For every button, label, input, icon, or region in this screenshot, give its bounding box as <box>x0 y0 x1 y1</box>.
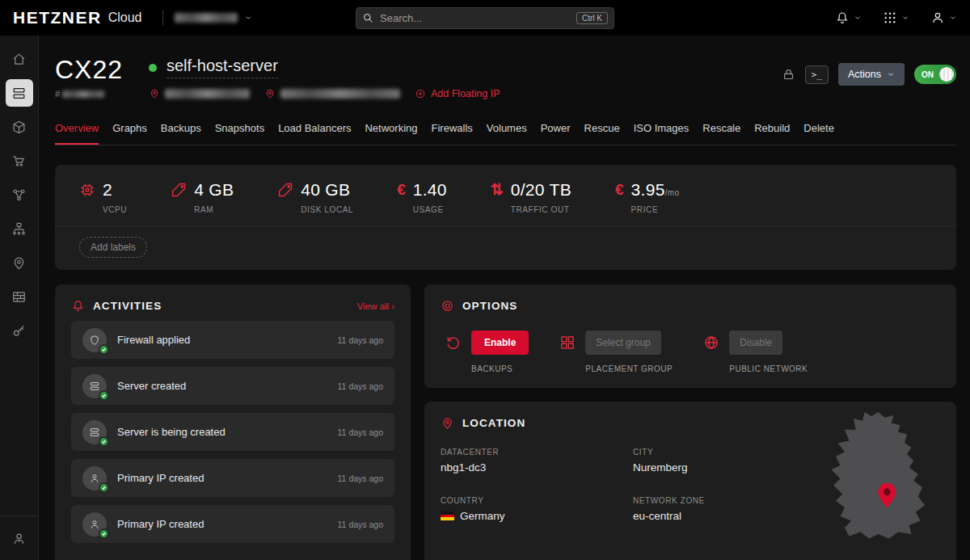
country-name: Germany <box>460 510 505 522</box>
main-content: CX22 # self-host-server <box>39 36 970 560</box>
actions-button[interactable]: Actions <box>838 63 905 86</box>
view-all-label: View all <box>357 301 389 311</box>
notifications-menu[interactable] <box>835 11 862 25</box>
location-field-datacenter: DATACENTER nbg1-dc3 <box>441 448 633 474</box>
tab-rebuild[interactable]: Rebuild <box>754 117 790 145</box>
power-toggle[interactable]: ON <box>914 65 956 84</box>
sidebar-item-load-balancers[interactable] <box>6 215 33 242</box>
placement-group-icon <box>559 335 576 351</box>
sidebar-item-floating-ips[interactable] <box>6 249 33 276</box>
chevron-down-icon <box>949 14 957 22</box>
apps-menu[interactable] <box>883 11 909 25</box>
activity-row[interactable]: Server created 11 days ago <box>71 367 394 405</box>
activity-label: Server is being created <box>117 426 327 438</box>
select-group-button[interactable]: Select group <box>585 331 660 355</box>
load-balancers-icon <box>11 221 27 237</box>
option-label: BACKUPS <box>471 364 529 373</box>
stats-row: 2 VCPU 4 GB RAM <box>55 165 956 225</box>
activity-avatar <box>82 512 107 537</box>
activity-time: 11 days ago <box>338 335 383 345</box>
tab-rescue[interactable]: Rescue <box>584 117 620 145</box>
tab-iso-images[interactable]: ISO Images <box>634 117 690 145</box>
status-dot <box>149 64 157 72</box>
euro-icon: € <box>397 181 406 214</box>
activities-card: ACTIVITIES View all › <box>55 284 411 560</box>
field-value: eu-central <box>633 510 811 522</box>
add-floating-ip-label: Add Floating IP <box>431 88 500 99</box>
activity-row[interactable]: Firewall applied 11 days ago <box>71 321 394 359</box>
activity-row[interactable]: Primary IP created 11 days ago <box>71 505 394 543</box>
redacted-ipv6 <box>280 89 400 99</box>
sidebar-item-security[interactable] <box>6 317 33 344</box>
sidebar-item-support[interactable] <box>6 524 33 552</box>
stat-ram: 4 GB RAM <box>171 179 234 214</box>
public-ipv4[interactable] <box>149 88 250 99</box>
add-floating-ip[interactable]: Add Floating IP <box>415 88 500 99</box>
ram-icon <box>171 182 187 198</box>
bell-icon <box>835 11 850 25</box>
tab-power[interactable]: Power <box>541 117 571 145</box>
search-bar[interactable]: Ctrl K <box>356 7 614 29</box>
enable-backups-button[interactable]: Enable <box>471 331 529 355</box>
stat-value: 0/20 TB <box>511 179 571 200</box>
location-title: LOCATION <box>462 417 525 429</box>
firewalls-icon <box>11 289 27 305</box>
sidebar-item-home[interactable] <box>6 45 33 73</box>
stat-label: PRICE <box>631 205 680 214</box>
stat-price: € 3.95/mo PRICE <box>615 179 679 214</box>
tab-rescale[interactable]: Rescale <box>702 117 740 145</box>
server-type-block: CX22 # <box>55 57 149 99</box>
redacted-project-name <box>175 13 238 23</box>
tab-delete[interactable]: Delete <box>803 117 834 145</box>
location-card: LOCATION DATACENTER nbg1-dc3 CITY Nuremb… <box>424 402 956 560</box>
activity-time: 11 days ago <box>338 474 383 483</box>
stat-value: 4 GB <box>194 179 234 200</box>
stat-label: USAGE <box>413 205 447 214</box>
sidebar-item-servers[interactable] <box>6 79 33 107</box>
sidebar-item-networks[interactable] <box>6 181 33 208</box>
project-selector[interactable] <box>175 13 252 23</box>
tab-backups[interactable]: Backups <box>161 117 201 145</box>
tab-graphs[interactable]: Graphs <box>112 117 147 145</box>
tab-load-balancers[interactable]: Load Balancers <box>278 117 351 145</box>
sidebar-item-firewalls[interactable] <box>6 283 33 310</box>
germany-flag-icon <box>441 512 454 520</box>
tab-firewalls[interactable]: Firewalls <box>432 117 473 145</box>
view-all-link[interactable]: View all › <box>357 301 394 311</box>
tab-overview[interactable]: Overview <box>55 117 99 145</box>
sidebar <box>0 36 39 560</box>
sidebar-item-images[interactable] <box>6 113 33 141</box>
location-pin-icon <box>264 88 276 99</box>
user-menu[interactable] <box>930 11 957 25</box>
disable-public-network-button[interactable]: Disable <box>729 331 782 355</box>
public-ipv6[interactable] <box>264 88 400 99</box>
lock-icon[interactable] <box>782 68 795 82</box>
tab-networking[interactable]: Networking <box>365 117 417 145</box>
stat-label: DISK LOCAL <box>301 205 353 214</box>
redacted-ipv4 <box>165 89 250 99</box>
globe-icon <box>703 335 719 351</box>
activity-row[interactable]: Server is being created 11 days ago <box>71 413 394 451</box>
chevron-right-icon: › <box>391 301 394 311</box>
sidebar-item-apps[interactable] <box>6 147 33 175</box>
success-badge-icon <box>99 436 109 447</box>
apps-cart-icon <box>11 154 27 169</box>
console-button[interactable]: >_ <box>805 65 829 84</box>
history-icon <box>445 335 462 351</box>
labels-row: Add labels <box>55 225 956 270</box>
server-name[interactable]: self-host-server <box>167 57 278 78</box>
search-shortcut-badge: Ctrl K <box>576 12 608 24</box>
bell-icon <box>71 299 85 313</box>
hetzner-logo[interactable]: HETZNER <box>13 8 102 27</box>
search-input[interactable] <box>380 12 576 24</box>
server-stats-card: 2 VCPU 4 GB RAM <box>55 165 956 270</box>
add-labels-button[interactable]: Add labels <box>79 237 147 258</box>
user-icon <box>930 11 945 25</box>
activity-row[interactable]: Primary IP created 11 days ago <box>71 459 394 497</box>
tab-snapshots[interactable]: Snapshots <box>215 117 264 145</box>
success-badge-icon <box>99 344 109 355</box>
tab-volumes[interactable]: Volumes <box>487 117 527 145</box>
sidebar-bottom <box>0 516 38 552</box>
firewall-icon <box>89 335 100 346</box>
home-icon <box>11 52 27 67</box>
